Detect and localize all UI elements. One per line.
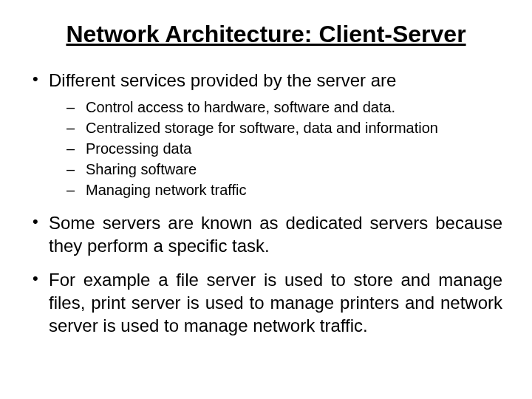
slide-title: Network Architecture: Client-Server [30,21,502,48]
bullet-item: • Different services provided by the ser… [30,69,502,92]
dash-marker: – [66,160,86,179]
dash-marker: – [66,180,86,200]
bullet-marker: • [30,268,49,290]
sub-text: Centralized storage for software, data a… [86,118,438,137]
sub-text: Control access to hardware, software and… [86,98,395,117]
bullet-text: Some servers are known as dedicated serv… [49,211,502,257]
sub-list: – Control access to hardware, software a… [66,98,502,200]
sub-item: – Processing data [66,139,502,158]
sub-text: Sharing software [86,160,197,179]
bullet-marker: • [30,211,49,233]
sub-item: – Control access to hardware, software a… [66,98,502,117]
sub-text: Processing data [86,139,191,158]
bullet-text: Different services provided by the serve… [49,69,396,92]
dash-marker: – [66,98,86,117]
bullet-item: • Some servers are known as dedicated se… [30,211,502,257]
bullet-text: For example a file server is used to sto… [49,268,502,338]
bullet-item: • For example a file server is used to s… [30,268,502,338]
bullet-marker: • [30,69,49,90]
sub-item: – Sharing software [66,160,502,179]
dash-marker: – [66,118,86,137]
sub-item: – Centralized storage for software, data… [66,118,502,137]
sub-text: Managing network traffic [86,180,247,200]
dash-marker: – [66,139,86,158]
sub-item: – Managing network traffic [66,180,502,200]
